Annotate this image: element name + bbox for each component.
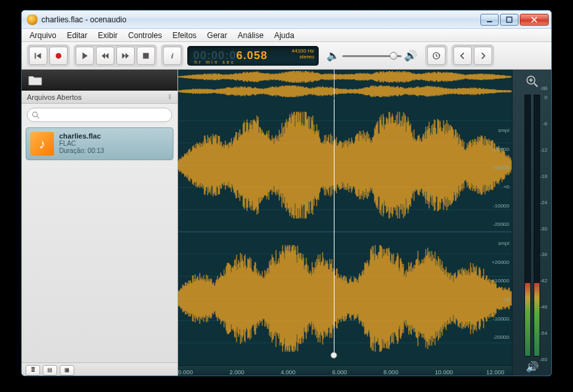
close-button[interactable]	[520, 14, 549, 26]
svg-marker-8	[122, 53, 126, 58]
goto-start-button[interactable]	[29, 47, 47, 65]
stop-button[interactable]	[137, 47, 155, 65]
view-list-button[interactable]: ≣	[26, 365, 40, 376]
history-button[interactable]	[427, 47, 446, 65]
time-counter[interactable]: 00:00:06.058 44100 Hz stereo hr min sec	[187, 46, 319, 66]
playhead[interactable]	[334, 98, 334, 353]
svg-text:i: i	[171, 51, 173, 59]
titlebar[interactable]: charlies.flac - ocenaudio	[22, 11, 551, 29]
toolbar: i 00:00:06.058 44100 Hz stereo hr min se…	[22, 42, 551, 70]
svg-marker-5	[83, 52, 88, 59]
zoom-in-button[interactable]	[524, 74, 540, 89]
svg-rect-0	[487, 21, 492, 22]
file-format: FLAC	[59, 140, 104, 147]
samplerate-label: 44100 Hz	[292, 48, 314, 54]
nav-forward-button[interactable]	[474, 47, 492, 65]
record-button[interactable]	[49, 47, 68, 65]
speaker-icon[interactable]: 🔊	[526, 360, 539, 373]
sidebar-folder-button[interactable]	[22, 70, 177, 91]
timeline-tick: 0.000	[178, 369, 193, 376]
svg-point-4	[56, 53, 62, 58]
volume-low-icon: 🔈	[327, 49, 340, 62]
level-meter-panel: dB0-6-12-18-24-30-36-42-48-54-60 🔊	[512, 70, 551, 376]
timeline-tick: 12.000	[486, 369, 505, 376]
volume-slider[interactable]	[342, 49, 401, 62]
timeline-tick: 2.000	[229, 369, 244, 376]
file-duration: Duração: 00:13	[59, 147, 104, 154]
level-meter-left	[524, 95, 531, 357]
menu-exibir[interactable]: Exibir	[93, 30, 123, 41]
timeline-tick: 6.000	[332, 369, 347, 376]
view-tiles-button[interactable]: ▤	[43, 365, 57, 376]
menu-arquivo[interactable]: Arquivo	[24, 30, 62, 41]
channels-label: stereo	[292, 54, 314, 60]
menu-ajuda[interactable]: Ajuda	[269, 30, 300, 41]
nav-back-button[interactable]	[453, 47, 472, 65]
menu-análise[interactable]: Análise	[233, 30, 269, 41]
menubar: ArquivoEditarExibirControlesEfeitosGerar…	[22, 29, 551, 42]
time-value: 6.058	[237, 49, 268, 62]
play-button[interactable]	[76, 47, 94, 65]
menu-efeitos[interactable]: Efeitos	[167, 30, 202, 41]
sidebar-search-input[interactable]	[27, 108, 172, 122]
forward-button[interactable]	[116, 47, 135, 65]
svg-rect-10	[143, 53, 149, 58]
maximize-button[interactable]	[500, 14, 518, 26]
info-button[interactable]: i	[163, 47, 181, 65]
waveform-tracks[interactable]: smpl+20000+10000+0-10000-20000smpl+20000…	[178, 98, 512, 365]
svg-marker-9	[126, 53, 129, 58]
file-name: charlies.flac	[59, 132, 104, 140]
timeline-ruler[interactable]: 0.0002.0004.0006.0008.00010.00012.000	[178, 365, 512, 376]
sidebar-footer: ≣ ▤ ▦	[22, 362, 177, 376]
svg-line-17	[534, 83, 538, 87]
timeline-tick: 10.000	[435, 369, 453, 376]
timeline-tick: 4.000	[281, 369, 296, 376]
sidebar-header-label: Arquivos Abertos	[27, 93, 81, 101]
minimize-button[interactable]	[480, 14, 499, 26]
volume-control: 🔈 🔊	[327, 49, 417, 62]
level-meter-right	[534, 95, 540, 357]
window-title: charlies.flac - ocenaudio	[41, 15, 480, 24]
file-list-item[interactable]: ♪ charlies.flac FLAC Duração: 00:13	[26, 127, 173, 160]
svg-marker-3	[36, 53, 41, 58]
sidebar-header: Arquivos Abertos ⦀	[22, 91, 177, 104]
waveform-overview[interactable]	[178, 70, 512, 98]
sidebar-grip-icon[interactable]: ⦀	[168, 93, 172, 101]
app-icon	[27, 14, 37, 25]
menu-editar[interactable]: Editar	[62, 30, 93, 41]
app-window: charlies.flac - ocenaudio ArquivoEditarE…	[21, 10, 552, 376]
svg-rect-2	[35, 53, 36, 58]
view-grid-button[interactable]: ▦	[60, 365, 74, 376]
svg-marker-13	[439, 54, 441, 56]
time-unit-labels: hr min sec	[195, 60, 235, 64]
file-music-icon: ♪	[30, 132, 54, 156]
waveform-area: smpl+20000+10000+0-10000-20000smpl+20000…	[178, 70, 551, 376]
rewind-button[interactable]	[96, 47, 114, 65]
sidebar: Arquivos Abertos ⦀ ♪ charlies.flac FLAC …	[22, 70, 178, 376]
timeline-tick: 8.000	[384, 369, 399, 376]
volume-high-icon: 🔊	[404, 49, 417, 62]
svg-marker-7	[105, 53, 108, 58]
playhead-handle[interactable]	[331, 352, 337, 359]
menu-gerar[interactable]: Gerar	[202, 30, 233, 41]
svg-marker-6	[102, 53, 105, 58]
menu-controles[interactable]: Controles	[123, 30, 167, 41]
svg-rect-1	[507, 17, 512, 22]
